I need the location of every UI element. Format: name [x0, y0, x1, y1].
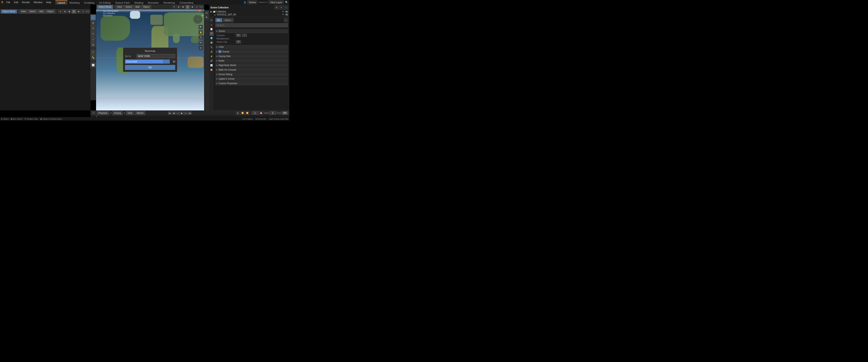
rotate-tool-btn[interactable]: ↻ [91, 31, 96, 36]
coll-filter-btn[interactable]: ⚙ [274, 5, 278, 9]
next-frame-btn[interactable]: ▷ [184, 112, 188, 115]
add-cube-btn[interactable]: ⬜ [91, 62, 96, 67]
physics-props-icon[interactable]: ⚡ [210, 54, 214, 58]
vp-xray[interactable]: ▣ [181, 5, 185, 9]
material-mode-btn[interactable]: ◕ [76, 9, 81, 13]
start-frame-field[interactable]: 1 [269, 111, 276, 115]
scene-debug-header[interactable]: ▶ Scene Debug [215, 73, 288, 76]
measure-btn[interactable]: 📏 [91, 55, 96, 60]
overlay-btn[interactable]: ◉ [63, 9, 67, 13]
menu-help[interactable]: Help [44, 0, 53, 4]
zoom-in-btn[interactable]: 🔍 [198, 25, 203, 29]
keyframe-nav-left[interactable]: ⏪ [241, 111, 245, 115]
world-props-icon[interactable]: 🌍 [210, 36, 214, 40]
gizmo-toggle[interactable]: ⊕ [58, 9, 62, 13]
tab-texture-paint[interactable]: Texture Paint [113, 0, 132, 4]
keying-menu[interactable]: Keying [113, 111, 123, 115]
vp-overlay[interactable]: ◉ [177, 5, 181, 9]
blender-logo-icon[interactable]: B [0, 0, 4, 4]
keyframe-add-btn[interactable]: ◆ [236, 111, 240, 115]
end-frame-field[interactable]: 250 [281, 111, 288, 115]
tab-modeling[interactable]: Modeling [67, 0, 82, 4]
playback-menu[interactable]: Playback [97, 111, 109, 115]
options-label[interactable]: Options ▾ [258, 1, 268, 3]
subtab-viewlayer[interactable]: View L. [223, 18, 234, 22]
vp-view-btn[interactable]: View [116, 5, 124, 9]
vp-material[interactable]: ◕ [190, 5, 194, 9]
object-props-icon[interactable]: 📦 [210, 41, 214, 45]
jump-end-btn[interactable]: ⏭ [188, 112, 192, 115]
pan-btn[interactable]: ✋ [198, 30, 203, 35]
constraints-props-icon[interactable]: 🔗 [210, 59, 214, 63]
gravity-header[interactable]: ▶ Gravity [215, 50, 288, 54]
current-frame-field[interactable]: 1 [252, 111, 258, 115]
menu-window[interactable]: Window [32, 0, 44, 4]
data-props-icon[interactable]: 📊 [210, 63, 214, 67]
tab-layout[interactable]: Layout [55, 0, 67, 4]
coll-camera-icon[interactable]: 📷 [285, 10, 288, 13]
cursor-tool-btn[interactable]: ⊕ [91, 20, 96, 25]
vp-gizmo-toggle[interactable]: ⊕ [172, 5, 176, 9]
vp-object-btn[interactable]: Object [142, 5, 151, 9]
output-props-icon[interactable]: 🖨 [210, 23, 214, 27]
math-vis-header[interactable]: ▶ Math Vis Console [215, 68, 288, 72]
object-mode-btn[interactable]: Object Mode [1, 9, 17, 13]
gis-btn[interactable]: GIS [86, 9, 90, 13]
tab-compositing[interactable]: Compositing [177, 0, 195, 4]
marker-menu[interactable]: Marker [135, 111, 145, 115]
vp-solid[interactable]: ● [186, 5, 190, 9]
particles-props-icon[interactable]: ✨ [210, 50, 214, 54]
tab-shading[interactable]: Shading [132, 0, 146, 4]
tab-uv-editing[interactable]: UV Editing [96, 0, 113, 4]
subtab-scene[interactable]: Sc. [215, 18, 222, 22]
vp-object-mode[interactable]: Object Mode [97, 5, 113, 9]
render-mode-btn[interactable]: ◎ [81, 9, 85, 13]
keying-sets-header[interactable]: ▶ Keying Sets [215, 54, 288, 58]
keyframe-nav-right[interactable]: ⏩ [245, 111, 249, 115]
vp-render[interactable]: ◎ [195, 5, 199, 9]
play-reverse-btn[interactable]: ◁ [176, 112, 180, 115]
select-btn[interactable]: Select [28, 9, 37, 13]
obj-camera-icon[interactable]: 📷 [285, 13, 288, 16]
menu-render[interactable]: Render [20, 0, 32, 4]
scene-props-icon[interactable]: 🎬 [210, 32, 214, 36]
camera-picker[interactable]: 📷 [236, 34, 241, 37]
timeline-editor-type[interactable]: ⏱ [92, 111, 96, 115]
coll-add-btn[interactable]: + [284, 5, 288, 9]
map-area[interactable]: ● Y 🔍 ✋ 🔭 📷 ⊞ Basemap Go to: [96, 9, 204, 110]
solid-mode-btn[interactable]: ● [72, 9, 76, 13]
custom-props-header[interactable]: ▶ Custom Properties [215, 81, 288, 85]
camera-select[interactable]: → [242, 34, 247, 37]
object-btn[interactable]: Object [45, 9, 55, 13]
scale-tool-btn[interactable]: ⤢ [91, 37, 96, 41]
collection-row[interactable]: ▶ 📁 Collection 👁 📷 [211, 10, 288, 13]
vp-gis[interactable]: GIS [199, 5, 203, 9]
vp-select-btn[interactable]: Select [124, 5, 133, 9]
orbit-nav[interactable]: ● Y [193, 15, 202, 24]
xray-btn[interactable]: ▣ [67, 9, 71, 13]
annotate-btn[interactable]: ✏ [91, 50, 96, 55]
view-layer-props-icon[interactable]: 📑 [210, 27, 214, 31]
view-menu[interactable]: View [126, 111, 134, 115]
zoom-out-btn[interactable]: 🔭 [198, 35, 203, 40]
rvp-btn1[interactable]: ⟨N⟩ [205, 11, 209, 15]
modifier-props-icon[interactable]: 🔧 [210, 45, 214, 49]
add-btn[interactable]: Add [38, 9, 45, 13]
gravity-checkbox[interactable] [219, 50, 221, 53]
rvp-btn2[interactable]: 🔍 [205, 16, 209, 20]
lighters-corner-header[interactable]: ▶ Lighter's Corner [215, 77, 288, 81]
render-props-icon[interactable]: 🎥 [210, 18, 214, 22]
search-icon[interactable]: 🔍 [285, 1, 288, 4]
select-tool-btn[interactable]: ↖ [91, 15, 96, 20]
rigid-body-header[interactable]: ▶ Rigid Body World [215, 63, 288, 67]
material-props-icon[interactable]: 🎨 [210, 68, 214, 72]
zoom-slider[interactable]: Zoom level [125, 59, 170, 63]
play-btn[interactable]: ▶ [180, 112, 184, 115]
audio-header[interactable]: ▶ Audio [215, 59, 288, 63]
ok-button[interactable]: OK [125, 65, 175, 70]
goto-input[interactable] [136, 54, 175, 58]
view-btn[interactable]: View [20, 9, 28, 13]
camera-view-btn[interactable]: 📷 [198, 40, 203, 45]
view-layer-field[interactable]: View Layer [269, 0, 284, 4]
props-search-input[interactable] [215, 23, 288, 27]
